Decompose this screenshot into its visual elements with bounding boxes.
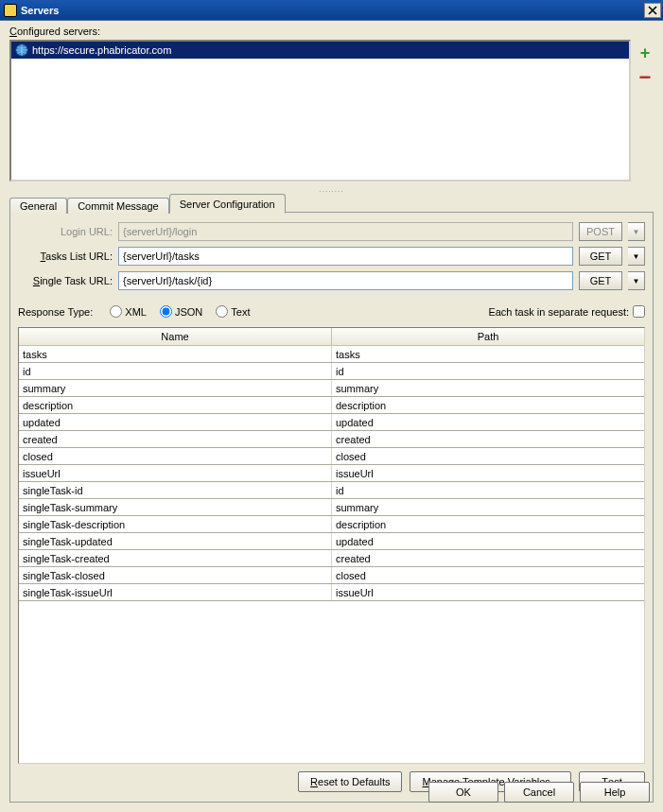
remove-server-button[interactable]: − bbox=[637, 73, 654, 82]
cell-path[interactable]: updated bbox=[332, 533, 645, 550]
cell-path[interactable]: created bbox=[332, 550, 645, 567]
table-row[interactable]: closedclosed bbox=[19, 448, 644, 465]
table-row[interactable]: singleTask-descriptiondescription bbox=[19, 516, 644, 533]
login-method-dropdown: ▼ bbox=[628, 222, 645, 241]
table-row[interactable]: taskstasks bbox=[19, 346, 644, 363]
window-title: Servers bbox=[21, 5, 644, 16]
cell-name[interactable]: singleTask-id bbox=[19, 482, 332, 499]
cell-path[interactable]: updated bbox=[332, 414, 645, 431]
grid-col-path[interactable]: Path bbox=[332, 328, 645, 346]
cell-name[interactable]: summary bbox=[19, 380, 332, 397]
table-row[interactable]: issueUrlissueUrl bbox=[19, 465, 644, 482]
mapping-grid[interactable]: Name Path taskstasksididsummarysummaryde… bbox=[18, 327, 645, 764]
cell-path[interactable]: id bbox=[332, 482, 645, 499]
cell-path[interactable]: description bbox=[332, 516, 645, 533]
cell-name[interactable]: description bbox=[19, 397, 332, 414]
cell-path[interactable]: summary bbox=[332, 380, 645, 397]
table-row[interactable]: summarysummary bbox=[19, 380, 644, 397]
table-row[interactable]: singleTask-updatedupdated bbox=[19, 533, 644, 550]
grid-col-name[interactable]: Name bbox=[19, 328, 332, 346]
cancel-button[interactable]: Cancel bbox=[504, 782, 574, 803]
tab-general[interactable]: General bbox=[9, 198, 67, 214]
table-row[interactable]: singleTask-issueUrlissueUrl bbox=[19, 584, 644, 601]
response-type-text[interactable]: Text bbox=[216, 305, 250, 318]
cell-path[interactable]: summary bbox=[332, 499, 645, 516]
tasks-url-label: Tasks List URL: bbox=[18, 251, 113, 262]
single-url-row: Single Task URL: GET ▼ bbox=[18, 271, 645, 290]
server-list[interactable]: https://secure.phabricator.com bbox=[9, 40, 631, 181]
response-type-json[interactable]: JSON bbox=[160, 305, 202, 318]
tab-server-configuration[interactable]: Server Configuration bbox=[169, 194, 286, 214]
response-type-group: XML JSON Text bbox=[110, 305, 250, 318]
app-icon bbox=[4, 4, 17, 17]
help-button[interactable]: Help bbox=[580, 782, 650, 803]
single-method-dropdown[interactable]: ▼ bbox=[628, 271, 645, 290]
titlebar: Servers bbox=[0, 0, 663, 21]
table-row[interactable]: singleTask-idid bbox=[19, 482, 644, 499]
cell-name[interactable]: singleTask-summary bbox=[19, 499, 332, 516]
close-icon bbox=[648, 6, 657, 15]
cell-path[interactable]: issueUrl bbox=[332, 465, 645, 482]
table-row[interactable]: descriptiondescription bbox=[19, 397, 644, 414]
cell-name[interactable]: tasks bbox=[19, 346, 332, 363]
tasks-method-dropdown[interactable]: ▼ bbox=[628, 247, 645, 266]
cell-path[interactable]: issueUrl bbox=[332, 584, 645, 601]
tab-pane-server-configuration: Login URL: POST ▼ Tasks List URL: GET ▼ … bbox=[9, 212, 654, 803]
cell-path[interactable]: closed bbox=[332, 567, 645, 584]
cell-name[interactable]: issueUrl bbox=[19, 465, 332, 482]
separate-request-label: Each task in separate request: bbox=[488, 306, 629, 318]
separate-request-checkbox[interactable] bbox=[633, 305, 645, 318]
table-row[interactable]: singleTask-closedclosed bbox=[19, 567, 644, 584]
login-method-button: POST bbox=[579, 222, 622, 241]
response-type-xml[interactable]: XML bbox=[110, 305, 147, 318]
single-method-button[interactable]: GET bbox=[579, 271, 622, 290]
reset-defaults-button[interactable]: Reset to Defaults bbox=[298, 771, 402, 792]
server-list-item[interactable]: https://secure.phabricator.com bbox=[11, 42, 629, 59]
login-url-input bbox=[118, 222, 573, 241]
globe-icon bbox=[15, 43, 28, 57]
tasks-url-row: Tasks List URL: GET ▼ bbox=[18, 247, 645, 266]
login-url-label: Login URL: bbox=[18, 226, 113, 237]
cell-name[interactable]: id bbox=[19, 363, 332, 380]
cell-name[interactable]: singleTask-closed bbox=[19, 567, 332, 584]
cell-path[interactable]: description bbox=[332, 397, 645, 414]
table-row[interactable]: idid bbox=[19, 363, 644, 380]
server-url-text: https://secure.phabricator.com bbox=[32, 44, 171, 56]
ok-button[interactable]: OK bbox=[428, 782, 498, 803]
close-button[interactable] bbox=[644, 3, 661, 18]
cell-name[interactable]: closed bbox=[19, 448, 332, 465]
tab-commit-message[interactable]: Commit Message bbox=[67, 198, 169, 214]
tab-strip: General Commit Message Server Configurat… bbox=[9, 193, 654, 213]
cell-name[interactable]: singleTask-updated bbox=[19, 533, 332, 550]
cell-name[interactable]: singleTask-issueUrl bbox=[19, 584, 332, 601]
cell-name[interactable]: created bbox=[19, 431, 332, 448]
cell-path[interactable]: created bbox=[332, 431, 645, 448]
table-row[interactable]: singleTask-summarysummary bbox=[19, 499, 644, 516]
cell-path[interactable]: id bbox=[332, 363, 645, 380]
cell-name[interactable]: singleTask-description bbox=[19, 516, 332, 533]
single-url-input[interactable] bbox=[118, 271, 573, 290]
table-row[interactable]: createdcreated bbox=[19, 431, 644, 448]
login-url-row: Login URL: POST ▼ bbox=[18, 222, 645, 241]
response-type-label: Response Type: bbox=[18, 306, 93, 318]
configured-servers-label: Configured servers: bbox=[9, 26, 654, 37]
cell-path[interactable]: closed bbox=[332, 448, 645, 465]
cell-name[interactable]: updated bbox=[19, 414, 332, 431]
add-server-button[interactable]: + bbox=[637, 43, 654, 63]
single-url-label: Single Task URL: bbox=[18, 275, 113, 286]
table-row[interactable]: singleTask-createdcreated bbox=[19, 550, 644, 567]
cell-name[interactable]: singleTask-created bbox=[19, 550, 332, 567]
tasks-method-button[interactable]: GET bbox=[579, 247, 622, 266]
cell-path[interactable]: tasks bbox=[332, 346, 645, 363]
table-row[interactable]: updatedupdated bbox=[19, 414, 644, 431]
tasks-url-input[interactable] bbox=[118, 247, 573, 266]
